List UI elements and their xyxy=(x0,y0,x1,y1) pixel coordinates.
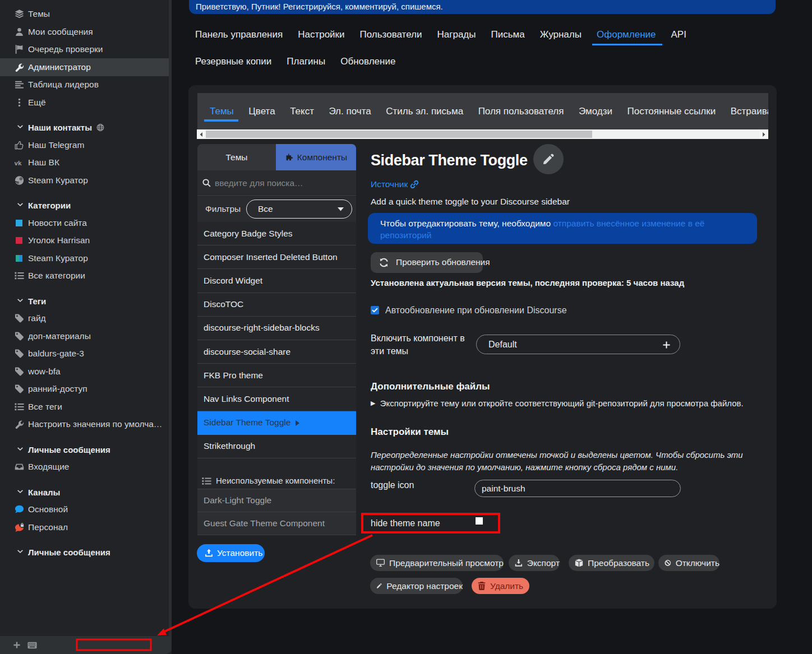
svg-text:vk: vk xyxy=(15,159,22,166)
